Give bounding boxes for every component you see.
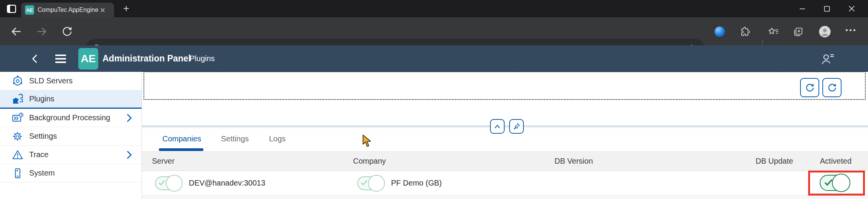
window-minimize-button[interactable] [790,0,814,17]
browser-toolbar: localhost:54000/webcontent/administratio… [0,17,868,45]
back-arrow-icon[interactable] [10,25,23,38]
tab-bar: Companies Settings Logs [142,128,868,151]
close-tab-icon[interactable] [100,7,106,13]
server-cell: DEV@hanadev:30013 [189,171,265,195]
sidebar-item-settings[interactable]: Settings [0,127,142,146]
chevron-right-icon[interactable] [125,113,133,123]
sidebar-item-label: Background Processing [29,113,110,122]
column-header-db-version: DB Version [554,152,593,171]
collapse-header-button[interactable] [490,119,505,134]
app-back-icon[interactable] [30,45,40,72]
mouse-cursor [362,134,373,149]
sidebar-item-label: Plugins [29,95,54,103]
table-row[interactable]: DEV@hanadev:30013 PF Demo (GB) [142,171,868,196]
user-account-icon[interactable] [820,45,835,72]
browser-tab-strip: AE CompuTec AppEngine Administration + [0,0,868,17]
refresh-button[interactable] [822,78,842,97]
favorites-icon[interactable] [767,27,779,37]
chevron-right-icon[interactable] [125,150,133,159]
app-title: Administration Panel [102,45,191,72]
tab-companies[interactable]: Companies [162,128,201,149]
active-tab-underline [159,148,203,151]
new-tab-button[interactable]: + [120,2,133,15]
sld-icon [12,75,24,87]
app-subtitle: Plugins [190,45,215,72]
sidebar-item-label: Settings [29,132,57,141]
app-header: AE Administration Panel Plugins [0,45,868,72]
extensions-puzzle-icon[interactable] [740,27,751,37]
menu-hamburger-icon[interactable] [55,45,66,72]
tab-logs[interactable]: Logs [269,128,285,149]
window-close-button[interactable] [840,0,863,17]
pin-header-button[interactable] [509,119,524,134]
tab-favicon: AE [25,5,34,15]
plugin-icon [12,93,24,105]
sidebar: SLD Servers Plugins Background Processin… [0,72,142,199]
annotation-highlight-box [808,171,865,196]
sidebar-item-system[interactable]: System [0,164,142,182]
column-header-db-update: DB Update [756,152,793,171]
profile-avatar[interactable] [819,26,831,38]
table-header: Server Company DB Version DB Update Acti… [142,151,868,171]
bottom-strip [142,196,868,199]
sidebar-item-label: Trace [29,150,48,159]
extension-sphere-icon[interactable] [715,27,725,37]
screen: AE CompuTec AppEngine Administration + [0,0,868,199]
main-content: Companies Settings Logs Server Company D… [142,72,868,199]
tab-settings[interactable]: Settings [221,128,249,149]
column-header-server: Server [152,152,175,171]
sidebar-item-label: SLD Servers [29,76,73,85]
focus-outline [144,71,866,100]
sidebar-item-plugins[interactable]: Plugins [0,90,142,109]
refresh-button[interactable] [800,78,819,97]
tab-actions-icon[interactable] [5,3,18,14]
reload-icon[interactable] [61,25,74,38]
check-icon [158,180,165,186]
column-header-activated: Activeted [820,152,851,171]
sidebar-item-label: System [29,169,55,177]
system-device-icon [12,167,24,179]
company-cell: PF Demo (GB) [391,171,442,195]
window-maximize-button[interactable] [815,0,839,17]
collections-icon[interactable] [793,27,804,37]
app-logo: AE [78,48,98,70]
browser-menu-icon[interactable] [846,29,855,31]
browser-tab[interactable]: AE CompuTec AppEngine Administration [21,3,114,17]
tab-title: CompuTec AppEngine Administration [38,7,99,13]
sidebar-item-trace[interactable]: Trace [0,146,142,164]
forward-arrow-icon[interactable] [35,25,48,38]
sidebar-item-background-processing[interactable]: Background Processing [0,109,142,127]
warning-triangle-icon [12,149,24,161]
settings-gear-icon [12,130,24,143]
column-header-company: Company [353,152,386,171]
check-icon [361,180,368,186]
background-processing-icon [12,112,24,124]
sidebar-item-sld-servers[interactable]: SLD Servers [0,72,142,90]
